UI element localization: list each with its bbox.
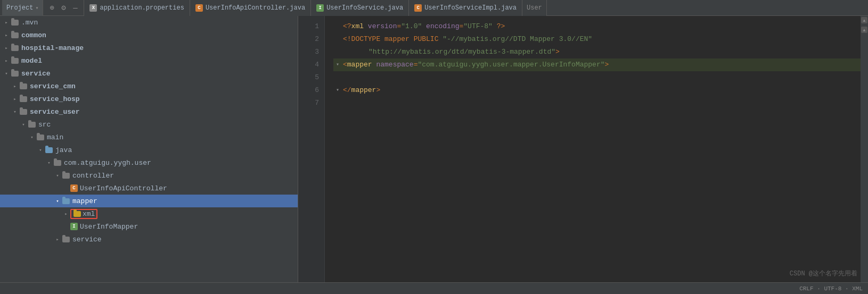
locate-icon[interactable]: ⊕ xyxy=(46,3,57,13)
tree-item-model[interactable]: model xyxy=(0,54,298,67)
tab-application-properties[interactable]: X application.properties xyxy=(84,0,190,16)
tree-item-user-info-mapper[interactable]: I UserInfoMapper xyxy=(0,220,298,233)
tree-item-service-nested[interactable]: service xyxy=(0,233,298,246)
project-label[interactable]: Project ▾ xyxy=(2,0,43,16)
folder-icon-common xyxy=(11,32,19,39)
settings-icon[interactable]: ⚙ xyxy=(58,3,69,13)
tree-item-service-hosp[interactable]: service_hosp xyxy=(0,93,298,105)
line1-bracket1: <? xyxy=(343,20,351,33)
label-common: common xyxy=(21,31,46,39)
tree-item-hospital-manage[interactable]: hospital-manage xyxy=(0,41,298,54)
label-mapper: mapper xyxy=(72,197,97,205)
tree-item-java[interactable]: java xyxy=(0,144,298,156)
line-num-2: 2 xyxy=(298,33,324,46)
line1-val1: "1.0" xyxy=(401,20,422,33)
folder-icon-service-user xyxy=(19,108,28,115)
scroll-up-btn[interactable]: ▲ xyxy=(861,17,867,23)
file-icon-controller: C xyxy=(70,184,78,192)
java-file-icon-c: C xyxy=(195,4,203,12)
folder-icon-package xyxy=(53,159,62,166)
label-xml: xml xyxy=(83,210,95,218)
code-line-1: ▾ <?xml version="1.0" encoding="UTF-8" ?… xyxy=(333,20,861,33)
label-model: model xyxy=(21,57,42,65)
folder-icon-service-hosp xyxy=(19,96,28,103)
code-line-3: ▾ "http://mybatis.org/dtd/mybatis-3-mapp… xyxy=(333,46,861,58)
line4-gt: > xyxy=(605,58,609,71)
arrow-service-user xyxy=(11,107,19,116)
folder-icon-mapper xyxy=(62,198,70,205)
editor-panel: 1 2 3 4 5 6 7 ▾ <?xml version="1.0" enco… xyxy=(298,16,868,282)
fold-marker-6[interactable]: ▾ xyxy=(333,86,342,95)
line6-lt: </ xyxy=(343,84,351,97)
arrow-java xyxy=(36,146,45,154)
line4-attr: namespace xyxy=(376,58,413,71)
line1-eq1: = xyxy=(397,20,401,33)
folder-icon-mvn xyxy=(11,19,19,26)
arrow-mapper xyxy=(53,197,62,205)
tab-user-info-service[interactable]: I UserInfoService.java xyxy=(311,0,409,16)
arrow-service-hosp xyxy=(11,95,19,103)
tree-item-mvn[interactable]: .mvn xyxy=(0,16,298,29)
label-service-nested: service xyxy=(72,236,102,243)
folder-icon-main xyxy=(36,134,45,141)
arrow-service-nested xyxy=(53,235,62,243)
line7-content xyxy=(343,97,347,110)
label-hospital-manage: hospital-manage xyxy=(21,44,84,52)
label-package: com.atguigu.yygh.user xyxy=(64,159,151,167)
line3-bracket: > xyxy=(555,46,560,58)
arrow-xml xyxy=(62,209,70,218)
scroll-btn-2[interactable]: ▲ xyxy=(861,27,867,33)
arrow-service-cmn xyxy=(11,82,19,90)
tree-item-controller[interactable]: controller xyxy=(0,169,298,182)
code-line-7: ▾ xyxy=(333,97,861,110)
line4-lt: < xyxy=(343,58,347,71)
tree-item-user-info-api-controller[interactable]: C UserInfoApiController xyxy=(0,182,298,195)
folder-icon-xml xyxy=(73,211,81,217)
folder-icon-src xyxy=(28,121,36,128)
line2-doctype: DOCTYPE mapper PUBLIC xyxy=(351,33,443,46)
label-mvn: .mvn xyxy=(21,19,38,27)
tree-item-service[interactable]: service xyxy=(0,67,298,80)
arrow-package xyxy=(45,158,53,167)
line1-val2: "UTF-8" xyxy=(463,20,493,33)
line4-eq: = xyxy=(414,58,418,71)
folder-icon-service-cmn xyxy=(19,83,28,90)
arrow-mvn xyxy=(2,18,11,27)
tree-item-mapper[interactable]: mapper xyxy=(0,195,298,207)
line-num-5: 5 xyxy=(298,71,324,84)
line3-str: "http://mybatis.org/dtd/mybatis-3-mapper… xyxy=(369,46,555,58)
tree-item-common[interactable]: common xyxy=(0,29,298,41)
line1-attr1: version xyxy=(368,20,397,33)
tree-item-main[interactable]: main xyxy=(0,131,298,144)
label-service: service xyxy=(21,70,51,78)
tab-application-label: application.properties xyxy=(100,4,184,12)
line4-tag: mapper xyxy=(347,58,376,71)
tab-overflow-label: User xyxy=(527,4,542,12)
tree-item-xml[interactable]: xml xyxy=(0,207,298,220)
arrow-hospital-manage xyxy=(2,44,11,52)
status-text: CRLF · UTF-8 · XML xyxy=(799,285,863,292)
main-content: .mvn common hospital-manage model servic… xyxy=(0,16,868,282)
tab-userinfoservice-label: UserInfoService.java xyxy=(326,4,403,12)
code-content[interactable]: ▾ <?xml version="1.0" encoding="UTF-8" ?… xyxy=(325,16,861,282)
folder-icon-controller xyxy=(62,172,70,179)
minimize-icon[interactable]: — xyxy=(70,3,80,13)
line2-str: "-//mybatis.org//DTD Mapper 3.0//EN" xyxy=(443,33,592,46)
tree-item-service-cmn[interactable]: service_cmn xyxy=(0,80,298,93)
tab-user-info-api-controller[interactable]: C UserInfoApiController.java xyxy=(190,0,311,16)
tree-item-src[interactable]: src xyxy=(0,118,298,131)
watermark: CSDN @这个名字先用着 xyxy=(790,269,857,278)
project-panel: .mvn common hospital-manage model servic… xyxy=(0,16,298,282)
iface-file-icon: I xyxy=(316,4,324,12)
tab-overflow[interactable]: User xyxy=(522,0,547,16)
line6-tag: mapper xyxy=(351,84,376,97)
label-service-user: service_user xyxy=(30,108,80,116)
tree-item-package[interactable]: com.atguigu.yygh.user xyxy=(0,156,298,169)
xml-file-icon: X xyxy=(89,4,97,12)
line-numbers: 1 2 3 4 5 6 7 xyxy=(298,16,325,282)
fold-marker-4[interactable]: ▾ xyxy=(333,61,342,69)
tab-user-info-service-impl[interactable]: C UserInfoServiceImpl.java xyxy=(409,0,522,16)
folder-icon-hospital-manage xyxy=(11,45,19,52)
editor-scrollbar: ▲ ▲ xyxy=(861,16,868,282)
tree-item-service-user[interactable]: service_user xyxy=(0,105,298,118)
